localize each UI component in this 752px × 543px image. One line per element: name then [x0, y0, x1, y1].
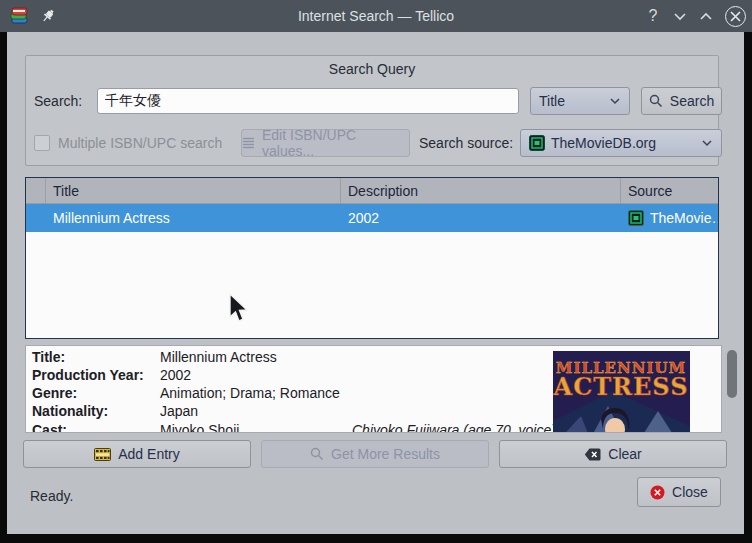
result-source-cell: TheMovie… — [621, 204, 718, 232]
tellico-window: Internet Search — Tellico — [0, 0, 752, 543]
edit-isbn-button[interactable]: Edit ISBN/UPC values... — [241, 129, 410, 157]
result-description-cell: 2002 — [341, 204, 621, 232]
detail-label: Genre: — [32, 385, 160, 401]
mouse-cursor — [227, 292, 251, 328]
search-icon — [310, 447, 324, 461]
detail-label: Title: — [32, 349, 160, 365]
search-icon — [649, 94, 663, 108]
chevron-up-icon[interactable] — [699, 12, 713, 21]
themoviedb-icon — [628, 210, 644, 226]
help-icon[interactable]: ? — [645, 7, 661, 25]
search-query-group: Search Query Search: Title Search — [25, 55, 719, 166]
table-row-selected[interactable]: Millennium Actress 2002 TheMovie… — [26, 204, 718, 232]
get-more-results-label: Get More Results — [331, 446, 440, 462]
get-more-results-button[interactable]: Get More Results — [261, 440, 489, 468]
search-label: Search: — [34, 93, 82, 109]
results-table[interactable]: Title Description Source Millennium Actr… — [25, 177, 719, 339]
detail-value: Japan — [160, 403, 198, 419]
edit-isbn-button-label: Edit ISBN/UPC values... — [262, 127, 409, 159]
close-window-icon[interactable] — [725, 6, 746, 27]
results-table-header[interactable]: Title Description Source — [26, 178, 718, 204]
detail-cast-role: Chiyoko Fujiwara (age 70, voice) — [352, 422, 556, 433]
detail-label: Cast: — [32, 422, 160, 433]
close-button[interactable]: Close — [637, 477, 721, 507]
tellico-logo-icon — [8, 5, 30, 27]
search-button-label: Search — [670, 93, 714, 109]
list-icon — [242, 137, 255, 149]
result-title-cell: Millennium Actress — [46, 204, 341, 232]
result-source-text: TheMovie… — [650, 210, 718, 226]
clear-button[interactable]: Clear — [499, 440, 727, 468]
backspace-clear-icon — [584, 448, 601, 461]
status-text: Ready. — [30, 488, 73, 504]
movie-poster: MILLENNIUM ACTRESS — [553, 351, 690, 433]
pin-icon[interactable] — [40, 8, 56, 24]
column-header-blank[interactable] — [26, 178, 46, 203]
chevron-down-icon — [701, 139, 713, 147]
group-title: Search Query — [26, 61, 718, 77]
search-source-value: TheMovieDB.org — [551, 135, 656, 151]
titlebar[interactable]: Internet Search — Tellico — [0, 0, 752, 32]
window-title: Internet Search — Tellico — [0, 8, 752, 24]
detail-label: Nationality: — [32, 403, 160, 419]
detail-value: Millennium Actress — [160, 349, 277, 365]
detail-label: Production Year: — [32, 367, 160, 383]
chevron-down-icon — [609, 97, 621, 105]
chevron-down-icon[interactable] — [673, 12, 687, 21]
detail-value: Animation; Drama; Romance — [160, 385, 340, 401]
poster-title-line2: ACTRESS — [553, 372, 688, 401]
close-red-icon — [650, 485, 665, 500]
themoviedb-icon — [529, 135, 545, 151]
multiple-isbn-label: Multiple ISBN/UPC search — [58, 135, 222, 151]
search-source-label: Search source: — [419, 135, 513, 151]
detail-value: Miyoko Shoji — [160, 422, 239, 433]
search-source-select[interactable]: TheMovieDB.org — [520, 129, 722, 157]
entry-details-pane: Title:Millennium Actress Production Year… — [25, 345, 722, 433]
detail-value: 2002 — [160, 367, 191, 383]
add-entry-label: Add Entry — [118, 446, 179, 462]
filmstrip-icon — [94, 448, 111, 461]
close-button-label: Close — [672, 484, 708, 500]
search-button[interactable]: Search — [641, 87, 722, 115]
add-entry-button[interactable]: Add Entry — [23, 440, 251, 468]
field-select-value: Title — [539, 93, 565, 109]
column-header-description[interactable]: Description — [341, 178, 621, 203]
details-scrollbar-thumb[interactable] — [727, 350, 737, 398]
column-header-title[interactable]: Title — [46, 178, 341, 203]
multiple-isbn-checkbox[interactable] — [34, 135, 50, 151]
dialog-body: Search Query Search: Title Search — [7, 32, 744, 534]
column-header-source[interactable]: Source — [621, 178, 718, 203]
clear-label: Clear — [608, 446, 641, 462]
field-select[interactable]: Title — [530, 87, 630, 115]
search-input[interactable] — [97, 88, 519, 114]
